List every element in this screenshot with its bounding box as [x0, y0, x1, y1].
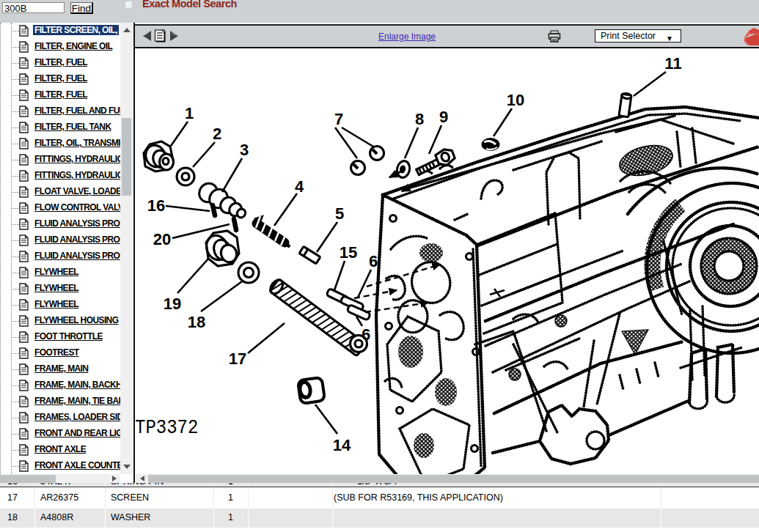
svg-text:5: 5 — [335, 204, 344, 223]
svg-text:14: 14 — [333, 436, 351, 454]
svg-text:7: 7 — [334, 110, 343, 128]
svg-text:9: 9 — [439, 108, 448, 126]
svg-text:2: 2 — [213, 125, 221, 143]
svg-text:20: 20 — [153, 230, 171, 248]
svg-text:18: 18 — [188, 313, 205, 331]
svg-text:8: 8 — [415, 110, 424, 128]
svg-text:TP3372: TP3372 — [136, 415, 198, 439]
svg-text:6: 6 — [369, 252, 378, 270]
svg-text:16: 16 — [147, 196, 165, 215]
svg-text:17: 17 — [229, 350, 246, 368]
svg-text:10: 10 — [507, 91, 524, 109]
svg-text:1: 1 — [185, 104, 194, 122]
svg-text:4: 4 — [295, 177, 304, 196]
svg-text:6: 6 — [362, 325, 370, 344]
svg-text:19: 19 — [164, 295, 181, 313]
svg-text:3: 3 — [240, 141, 249, 159]
svg-text:15: 15 — [340, 243, 357, 262]
svg-text:11: 11 — [664, 54, 681, 73]
